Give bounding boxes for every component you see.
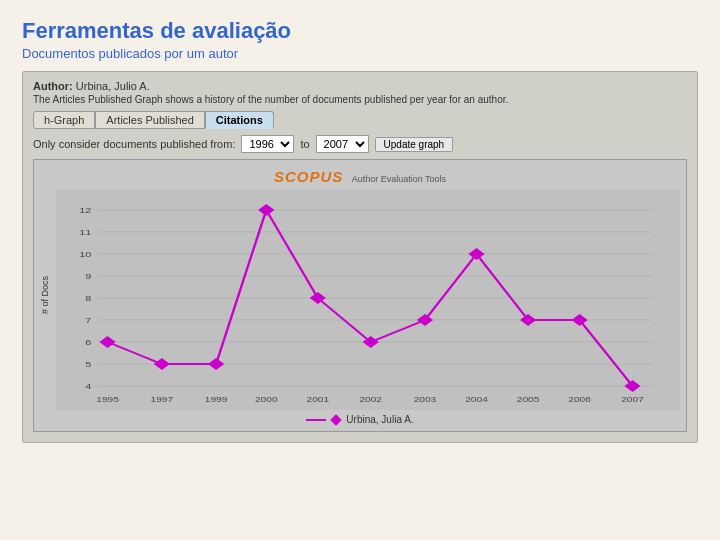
svg-text:4: 4 [85,381,92,390]
dp-2004 [468,248,484,260]
svg-text:2004: 2004 [465,395,488,403]
content-box: Author: Urbina, Julio A. The Articles Pu… [22,71,698,443]
tab-row: h-Graph Articles Published Citations [33,111,687,129]
tab-articles[interactable]: Articles Published [95,111,204,129]
svg-text:2002: 2002 [359,395,382,403]
tab-h-graph[interactable]: h-Graph [33,111,95,129]
dp-2000 [258,204,274,216]
from-year-select[interactable]: 1996 [241,135,294,153]
update-graph-button[interactable]: Update graph [375,137,454,152]
svg-text:1997: 1997 [151,395,174,403]
svg-text:2005: 2005 [517,395,540,403]
svg-text:12: 12 [79,205,91,214]
legend-line-icon [306,419,326,421]
chart-container: # of Docs 12 [40,190,680,410]
author-value: Urbina, Julio A. [76,80,150,92]
dp-1997 [154,358,170,370]
svg-text:2003: 2003 [414,395,437,403]
dp-2007 [624,380,640,392]
svg-text:2000: 2000 [255,395,278,403]
scopus-header: SCOPUS Author Evaluation Tools [40,168,680,186]
legend-label: Urbina, Julia A. [346,414,413,425]
main-title: Ferramentas de avaliação [22,18,698,44]
chart-svg: 12 11 10 9 8 7 6 5 4 1995 1997 1999 2000 [56,190,680,410]
svg-text:7: 7 [85,315,91,324]
chart-inner: 12 11 10 9 8 7 6 5 4 1995 1997 1999 2000 [56,190,680,410]
tab-citations[interactable]: Citations [205,111,274,129]
dp-1999 [208,358,224,370]
dp-1995 [99,336,115,348]
page-container: Ferramentas de avaliação Documentos publ… [0,0,720,540]
svg-text:2007: 2007 [621,395,644,403]
scopus-sub: Author Evaluation Tools [352,174,446,184]
svg-text:2006: 2006 [568,395,591,403]
svg-text:5: 5 [85,359,91,368]
svg-text:2001: 2001 [307,395,330,403]
description-line: The Articles Published Graph shows a his… [33,94,687,105]
svg-text:10: 10 [79,249,91,258]
svg-text:6: 6 [85,337,91,346]
filter-row: Only consider documents published from: … [33,135,687,153]
filter-label: Only consider documents published from: [33,138,235,150]
svg-text:1995: 1995 [96,395,119,403]
author-label: Author: [33,80,73,92]
svg-text:11: 11 [79,227,91,236]
legend-row: Urbina, Julia A. [40,414,680,425]
svg-text:1999: 1999 [205,395,228,403]
to-label: to [300,138,309,150]
svg-text:8: 8 [85,293,91,302]
y-axis-label: # of Docs [40,190,56,410]
subtitle: Documentos publicados por um autor [22,46,698,61]
dp-2006 [571,314,587,326]
svg-text:9: 9 [85,271,91,280]
author-line: Author: Urbina, Julio A. [33,80,687,92]
graph-area: SCOPUS Author Evaluation Tools # of Docs [33,159,687,432]
dp-2003 [417,314,433,326]
dp-2005 [520,314,536,326]
to-year-select[interactable]: 2007 [316,135,369,153]
legend-diamond-icon [331,414,342,425]
scopus-brand: SCOPUS [274,168,343,185]
